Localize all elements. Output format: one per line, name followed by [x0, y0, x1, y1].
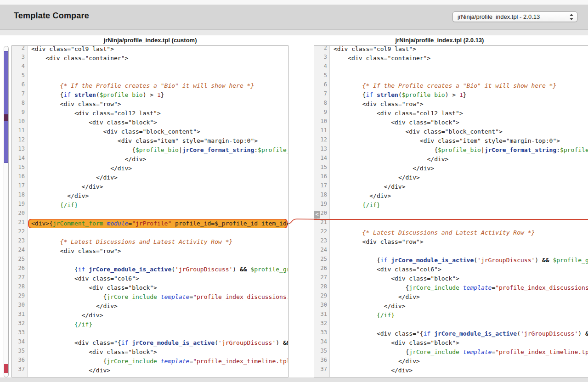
line-number: 9: [314, 109, 329, 118]
line-number: 8: [314, 100, 329, 109]
code-line: [28, 72, 288, 81]
code-line: <div class="container">: [28, 54, 288, 63]
line-number: 31: [314, 311, 329, 320]
line-number: 14: [12, 155, 27, 164]
diff-pane-release[interactable]: 2345678910111213141516171819202122232425…: [314, 45, 588, 377]
code-text: </div>: [330, 182, 588, 191]
code-text: [28, 210, 288, 219]
code-text: <div class="col12 last">: [28, 109, 288, 118]
code-line: </div>: [28, 302, 288, 311]
code-line: <div class="block_content">: [28, 127, 288, 136]
line-number: 11: [12, 127, 27, 136]
code-text: {if strlen($profile_bio) > 1}: [28, 90, 288, 100]
line-number: 31: [12, 311, 27, 320]
code-text: <div class="block">: [28, 348, 288, 357]
code-line: </div>: [28, 155, 288, 164]
line-number: 28: [12, 283, 27, 292]
code-text: <div class="row">: [330, 237, 588, 247]
code-line: <div class="col6">: [330, 265, 588, 274]
line-number: 36: [314, 357, 329, 366]
line-number: 23: [314, 237, 329, 247]
code-text: <div class="block">: [28, 283, 288, 292]
line-number: 22: [12, 228, 27, 237]
code-line: </div>: [330, 191, 588, 201]
code-line: {if strlen($profile_bio) > 1}: [28, 90, 288, 100]
code-line: <div class="block_content">: [330, 127, 588, 136]
code-text: </div>: [330, 357, 588, 366]
line-number: 5: [314, 72, 329, 81]
code-text: </div>: [28, 164, 288, 173]
code-text: </div>: [330, 292, 588, 302]
code-line: </div>: [330, 302, 588, 311]
code-text: </div>: [28, 173, 288, 182]
diff-map-dark-marker: [4, 114, 8, 121]
code-text: <div class="row">: [28, 247, 288, 256]
code-text: </div>: [28, 155, 288, 164]
code-line: [330, 63, 588, 72]
code-line: <div class="item" style="margin-top:0">: [28, 136, 288, 146]
scrollbar-thumb[interactable]: [4, 51, 8, 163]
code-line: {$profile_bio|jrCore_format_string:$prof…: [330, 146, 588, 155]
code-text: </div>: [330, 191, 588, 201]
changed-code-line[interactable]: <div>{jrComment_form module="jrProfile" …: [28, 219, 288, 228]
code-text: {/if}: [330, 201, 588, 210]
code-line: </div>: [330, 366, 588, 375]
code-line: {/if}: [28, 320, 288, 329]
line-number: 3: [12, 54, 27, 63]
code-text: <div class="block_content">: [330, 127, 588, 136]
code-line: [330, 219, 588, 228]
code-text: [330, 72, 588, 81]
code-line: <div class="col12 last">: [330, 109, 588, 118]
diff-pane-custom[interactable]: 2345678910111213141516171819202122232425…: [11, 45, 288, 377]
code-text: <div class="col6">: [330, 265, 588, 274]
code-line: </div>: [330, 292, 588, 302]
line-number: 37: [314, 366, 329, 375]
template-compare-screen: { "header": { "title": "Template Compare…: [0, 0, 588, 382]
line-number: 30: [314, 302, 329, 311]
code-text: <div class="block">: [330, 338, 588, 348]
line-number: 25: [12, 256, 27, 265]
code-text: <div class="col6">: [28, 274, 288, 283]
line-number: 3: [314, 54, 329, 63]
page-title: Template Compare: [14, 11, 89, 21]
code-line: {if strlen($profile_bio) > 1}: [330, 90, 588, 100]
code-line: {jrCore_include template="profile_index_…: [330, 283, 588, 292]
code-text: <div>{jrComment_form module="jrProfile" …: [28, 219, 288, 228]
line-number: 20: [12, 210, 27, 219]
diff-map-scrollbar[interactable]: [4, 46, 9, 377]
line-number: 32: [12, 320, 27, 329]
code-text: <div class="container">: [28, 54, 288, 63]
code-text: {if jrCore_module_is_active('jrGroupDisc…: [330, 256, 588, 265]
line-number: 29: [314, 292, 329, 302]
code-line: <div class="col9 last">: [28, 45, 288, 54]
chevron-up-icon: [570, 14, 573, 16]
code-text: </div>: [28, 366, 288, 375]
line-number: 19: [12, 201, 27, 210]
code-line: {* Latest Discussions and Latest Activit…: [330, 228, 588, 237]
line-number: 16: [12, 173, 27, 182]
code-line: [28, 210, 288, 219]
code-text: <div class="row">: [28, 100, 288, 109]
line-number: 30: [12, 302, 27, 311]
code-text: </div>: [330, 302, 588, 311]
code-line: <div class="block">: [330, 118, 588, 127]
code-text: {if strlen($profile_bio) > 1}: [330, 90, 588, 100]
code-line: {$profile_bio|jrCore_format_string:$prof…: [28, 146, 288, 155]
code-line: <div class="col6">: [28, 274, 288, 283]
line-number: 35: [12, 348, 27, 357]
code-line: {/if}: [330, 311, 588, 320]
line-number: 34: [12, 338, 27, 348]
code-line: [330, 210, 588, 219]
line-number: 26: [314, 265, 329, 274]
code-line: {jrCore_include template="profile_index_…: [330, 348, 588, 357]
code-text: {* If the Profile creates a "Bio" it wil…: [330, 81, 588, 90]
template-version-select[interactable]: jrNinja/profile_index.tpl - 2.0.13: [452, 11, 577, 22]
code-text: {$profile_bio|jrCore_format_string:$prof…: [330, 146, 588, 155]
line-number: 24: [12, 247, 27, 256]
code-text: [28, 72, 288, 81]
line-number: 13: [314, 146, 329, 155]
code-line: <div class="{if jrCore_module_is_active(…: [28, 338, 288, 348]
code-line: [330, 72, 588, 81]
code-line: </div>: [28, 164, 288, 173]
line-number: 9: [12, 109, 27, 118]
